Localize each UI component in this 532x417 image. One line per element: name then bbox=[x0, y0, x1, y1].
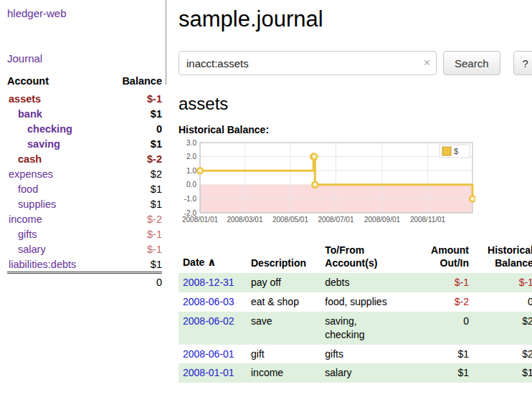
search-input[interactable] bbox=[179, 51, 437, 75]
brand-link[interactable]: hledger-web bbox=[7, 7, 162, 19]
transaction-balance: $2 bbox=[473, 345, 532, 364]
transaction-balance: 0 bbox=[473, 292, 532, 312]
col-date-sort[interactable]: Date ∧ bbox=[179, 242, 247, 273]
account-row: supplies$1 bbox=[7, 196, 162, 211]
nav-journal-link[interactable]: Journal bbox=[7, 52, 162, 64]
col-accounts: To/From Account(s) bbox=[320, 242, 415, 273]
account-row: checking0 bbox=[7, 121, 162, 136]
register-header-row: Date ∧ Description To/From Account(s) Am… bbox=[179, 242, 532, 273]
transaction-date-link[interactable]: 2008-06-02 bbox=[183, 315, 234, 327]
account-row: income$-2 bbox=[7, 211, 162, 226]
transaction-amount: $-1 bbox=[415, 273, 473, 292]
transaction-accounts: debts bbox=[320, 273, 415, 292]
account-balance: $1 bbox=[105, 257, 162, 273]
accounts-col-account: Account bbox=[7, 73, 105, 91]
transaction-date-link[interactable]: 2008-06-03 bbox=[183, 296, 234, 307]
transaction-description: income bbox=[247, 363, 320, 383]
y-tick-label: -1.0 bbox=[184, 195, 197, 203]
col-balance: Historical Balance bbox=[473, 242, 532, 273]
accounts-table: Account Balance assets$-1bank$1checking0… bbox=[7, 73, 162, 290]
search-form: × Search ? bbox=[179, 51, 532, 75]
account-balance: $2 bbox=[105, 166, 162, 181]
transaction-accounts: saving, checking bbox=[320, 312, 415, 345]
account-link[interactable]: bank bbox=[18, 108, 42, 120]
account-balance: $1 bbox=[105, 196, 162, 211]
historical-balance-chart: 3.02.01.00.0-1.0-2.02008/01/012008/03/01… bbox=[179, 138, 532, 234]
x-tick-label: 2008/11/01 bbox=[410, 216, 446, 224]
legend-swatch bbox=[442, 147, 451, 155]
y-tick-label: 1.0 bbox=[186, 167, 196, 175]
col-description: Description bbox=[247, 242, 320, 273]
transaction-accounts: salary bbox=[320, 363, 415, 383]
account-row: gifts$-1 bbox=[7, 226, 162, 241]
account-heading: assets bbox=[179, 94, 532, 114]
transaction-date-link[interactable]: 2008-06-01 bbox=[183, 348, 234, 360]
data-point-marker bbox=[312, 182, 318, 188]
account-link[interactable]: salary bbox=[18, 244, 46, 255]
sidebar: hledger-web Journal Account Balance asse… bbox=[0, 0, 166, 417]
accounts-col-balance: Balance bbox=[105, 73, 162, 91]
account-link[interactable]: assets bbox=[9, 93, 41, 105]
x-tick-label: 2008/01/01 bbox=[182, 216, 218, 224]
account-row: bank$1 bbox=[7, 106, 162, 121]
account-balance: $-1 bbox=[105, 241, 162, 257]
account-row: salary$-1 bbox=[7, 241, 162, 257]
col-amount: Amount Out/In bbox=[415, 242, 473, 273]
col-date-label: Date bbox=[183, 257, 204, 268]
account-link[interactable]: checking bbox=[27, 123, 72, 135]
register-table: Date ∧ Description To/From Account(s) Am… bbox=[179, 242, 532, 383]
accounts-header-row: Account Balance bbox=[7, 73, 162, 91]
search-button[interactable]: Search bbox=[443, 51, 500, 75]
transaction-row: 2008-01-01incomesalary$1$1 bbox=[179, 363, 532, 383]
account-link[interactable]: cash bbox=[18, 153, 42, 165]
y-tick-label: 3.0 bbox=[186, 139, 196, 147]
transaction-row: 2008-12-31pay offdebts$-1$-1 bbox=[179, 273, 532, 292]
transaction-amount: $-2 bbox=[415, 292, 473, 312]
x-tick-label: 2008/05/01 bbox=[272, 216, 308, 224]
data-point-marker bbox=[197, 168, 203, 173]
transaction-accounts: food, supplies bbox=[320, 292, 415, 312]
help-button[interactable]: ? bbox=[513, 51, 532, 75]
clear-search-icon[interactable]: × bbox=[424, 57, 430, 69]
sidebar-divider bbox=[166, 0, 166, 85]
accounts-total-spacer bbox=[7, 273, 105, 290]
sort-ascending-icon: ∧ bbox=[207, 256, 216, 268]
transaction-row: 2008-06-01giftgifts$1$2 bbox=[179, 345, 532, 364]
account-link[interactable]: gifts bbox=[18, 229, 37, 240]
y-tick-label: 2.0 bbox=[186, 153, 196, 160]
transaction-date-link[interactable]: 2008-01-01 bbox=[183, 367, 234, 378]
transaction-description: save bbox=[247, 312, 320, 345]
transaction-row: 2008-06-03eat & shopfood, supplies$-20 bbox=[179, 292, 532, 312]
accounts-total-row: 0 bbox=[7, 273, 162, 290]
data-point-marker bbox=[470, 196, 475, 201]
transaction-description: eat & shop bbox=[247, 292, 320, 312]
account-link[interactable]: liabilities:debts bbox=[9, 259, 76, 270]
account-link[interactable]: supplies bbox=[18, 198, 56, 210]
account-link[interactable]: food bbox=[18, 183, 38, 195]
account-row: cash$-2 bbox=[7, 151, 162, 166]
legend-label: $ bbox=[454, 147, 458, 155]
transaction-description: gift bbox=[247, 345, 320, 364]
transaction-accounts: gifts bbox=[320, 345, 415, 364]
account-link[interactable]: income bbox=[9, 214, 42, 225]
app-root: hledger-web Journal Account Balance asse… bbox=[0, 0, 532, 417]
account-row: assets$-1 bbox=[7, 91, 162, 106]
y-tick-label: 0.0 bbox=[186, 181, 196, 188]
page-title: sample.journal bbox=[179, 6, 532, 32]
account-balance: $-1 bbox=[105, 226, 162, 241]
account-link[interactable]: expenses bbox=[9, 168, 53, 180]
transaction-amount: $1 bbox=[415, 363, 473, 383]
transaction-balance: $1 bbox=[473, 363, 532, 383]
accounts-total-value: 0 bbox=[105, 273, 162, 290]
transaction-date-link[interactable]: 2008-12-31 bbox=[183, 277, 234, 288]
transaction-amount: $1 bbox=[415, 345, 473, 364]
transaction-balance: $-1 bbox=[473, 273, 532, 292]
transaction-amount: 0 bbox=[415, 312, 473, 345]
transaction-balance: $2 bbox=[473, 312, 532, 345]
chart-svg: 3.02.01.00.0-1.0-2.02008/01/012008/03/01… bbox=[179, 138, 475, 231]
account-row: saving$1 bbox=[7, 136, 162, 151]
data-point-marker bbox=[311, 154, 317, 160]
account-balance: $-2 bbox=[105, 151, 162, 166]
account-link[interactable]: saving bbox=[27, 138, 60, 150]
x-tick-label: 2008/07/01 bbox=[318, 216, 353, 224]
